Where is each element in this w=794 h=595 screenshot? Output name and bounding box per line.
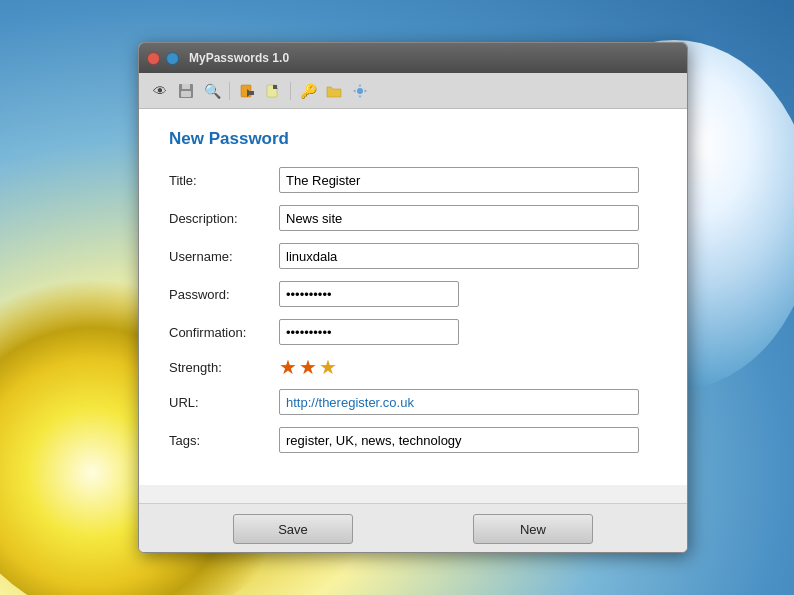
password-row: Password: bbox=[169, 281, 657, 307]
form-heading: New Password bbox=[169, 129, 657, 149]
strength-stars: ★ ★ ★ bbox=[279, 357, 337, 377]
import-icon[interactable] bbox=[236, 80, 258, 102]
title-input[interactable] bbox=[279, 167, 639, 193]
svg-rect-8 bbox=[273, 85, 277, 89]
toolbar-separator-2 bbox=[290, 82, 291, 100]
svg-rect-1 bbox=[182, 84, 190, 89]
url-label: URL: bbox=[169, 395, 279, 410]
star-1: ★ bbox=[279, 357, 297, 377]
strength-label: Strength: bbox=[169, 360, 279, 375]
url-row: URL: bbox=[169, 389, 657, 415]
window-title: MyPasswords 1.0 bbox=[189, 51, 289, 65]
confirmation-label: Confirmation: bbox=[169, 325, 279, 340]
svg-rect-5 bbox=[250, 91, 254, 95]
titlebar: MyPasswords 1.0 bbox=[139, 43, 687, 73]
star-2: ★ bbox=[299, 357, 317, 377]
app-window: MyPasswords 1.0 👁 🔍 🔑 New Password Title… bbox=[138, 42, 688, 553]
description-input[interactable] bbox=[279, 205, 639, 231]
description-label: Description: bbox=[169, 211, 279, 226]
password-input[interactable] bbox=[279, 281, 459, 307]
folder-icon[interactable] bbox=[323, 80, 345, 102]
eye-icon[interactable]: 👁 bbox=[149, 80, 171, 102]
username-input[interactable] bbox=[279, 243, 639, 269]
username-label: Username: bbox=[169, 249, 279, 264]
star-3: ★ bbox=[319, 357, 337, 377]
svg-point-9 bbox=[357, 88, 363, 94]
title-label: Title: bbox=[169, 173, 279, 188]
minimize-button[interactable] bbox=[166, 52, 179, 65]
form-content: New Password Title: Description: Usernam… bbox=[139, 109, 687, 485]
toolbar: 👁 🔍 🔑 bbox=[139, 73, 687, 109]
password-label: Password: bbox=[169, 287, 279, 302]
buttons-area: Save New bbox=[139, 503, 687, 552]
close-button[interactable] bbox=[147, 52, 160, 65]
key-icon[interactable]: 🔑 bbox=[297, 80, 319, 102]
save-button[interactable]: Save bbox=[233, 514, 353, 544]
tags-input[interactable] bbox=[279, 427, 639, 453]
export-icon[interactable] bbox=[262, 80, 284, 102]
svg-rect-2 bbox=[181, 91, 191, 97]
confirmation-row: Confirmation: bbox=[169, 319, 657, 345]
description-row: Description: bbox=[169, 205, 657, 231]
tags-row: Tags: bbox=[169, 427, 657, 453]
new-button[interactable]: New bbox=[473, 514, 593, 544]
username-row: Username: bbox=[169, 243, 657, 269]
search-icon[interactable]: 🔍 bbox=[201, 80, 223, 102]
save-icon[interactable] bbox=[175, 80, 197, 102]
settings-icon[interactable] bbox=[349, 80, 371, 102]
tags-label: Tags: bbox=[169, 433, 279, 448]
toolbar-separator-1 bbox=[229, 82, 230, 100]
strength-row: Strength: ★ ★ ★ bbox=[169, 357, 657, 377]
title-row: Title: bbox=[169, 167, 657, 193]
confirmation-input[interactable] bbox=[279, 319, 459, 345]
url-input[interactable] bbox=[279, 389, 639, 415]
